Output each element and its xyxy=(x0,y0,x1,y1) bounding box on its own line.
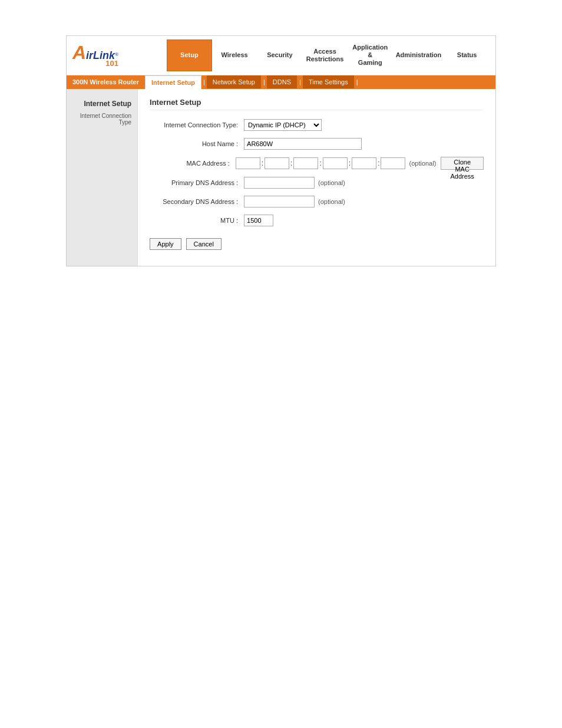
sub-nav-sep3: | xyxy=(297,78,303,85)
secondary-dns-label: Secondary DNS Address : xyxy=(150,198,244,205)
host-name-label: Host Name : xyxy=(150,140,244,147)
sub-nav-time-settings[interactable]: Time Settings xyxy=(303,75,355,88)
mac-octet-5[interactable] xyxy=(352,157,376,169)
sub-nav-sep2: | xyxy=(262,78,267,85)
mtu-label: MTU : xyxy=(150,217,244,224)
mac-octet-3[interactable] xyxy=(293,157,318,169)
sub-nav-sep4: | xyxy=(355,78,360,85)
main-nav: Setup Wireless Security AccessRestrictio… xyxy=(167,39,490,71)
host-name-row: Host Name : xyxy=(150,138,484,150)
secondary-dns-input[interactable] xyxy=(244,196,315,207)
mac-sep-1: : xyxy=(262,159,263,167)
mac-octet-6[interactable] xyxy=(381,157,405,169)
mac-sep-2: : xyxy=(290,159,292,167)
nav-administration[interactable]: Administration xyxy=(393,39,445,71)
secondary-dns-row: Secondary DNS Address : (optional) xyxy=(150,196,484,207)
sub-nav-network-setup[interactable]: Network Setup xyxy=(207,75,262,88)
nav-security[interactable]: Security xyxy=(257,39,302,71)
sub-nav-items: Internet Setup | Network Setup | DDNS | … xyxy=(145,75,360,89)
clone-mac-button[interactable]: Clone MAC Address xyxy=(441,157,484,170)
nav-access-restrictions[interactable]: AccessRestrictions xyxy=(302,39,348,71)
logo-registered: ® xyxy=(115,52,118,57)
secondary-dns-optional: (optional) xyxy=(318,198,345,205)
sub-nav-ddns[interactable]: DDNS xyxy=(267,75,297,88)
apply-button[interactable]: Apply xyxy=(150,238,181,250)
mac-address-fields: : : : : : (optional) Clone MAC Address xyxy=(236,157,484,170)
mac-octet-2[interactable] xyxy=(265,157,289,169)
logo-a: A xyxy=(72,42,86,63)
mtu-row: MTU : xyxy=(150,215,484,226)
mac-address-row: MAC Address : : : : : : (optional) xyxy=(150,157,484,170)
primary-dns-row: Primary DNS Address : (optional) xyxy=(150,177,484,189)
mac-sep-4: : xyxy=(349,159,351,167)
sidebar-connection-type-label: Internet Connection Type xyxy=(67,111,137,127)
sub-nav-bar: 300N Wireless Router Internet Setup | Ne… xyxy=(67,75,495,89)
sidebar-title: Internet Setup xyxy=(67,95,137,111)
nav-wireless[interactable]: Wireless xyxy=(212,39,257,71)
mac-address-label: MAC Address : xyxy=(150,160,236,167)
main-content: Internet Setup Internet Connection Type:… xyxy=(138,89,495,266)
primary-dns-optional: (optional) xyxy=(318,179,345,186)
device-name-label: 300N Wireless Router xyxy=(67,75,145,88)
nav-status[interactable]: Status xyxy=(444,39,490,71)
sub-nav-internet-setup[interactable]: Internet Setup xyxy=(145,75,201,89)
cancel-button[interactable]: Cancel xyxy=(186,238,222,250)
mac-sep-3: : xyxy=(319,159,321,167)
form-actions: Apply Cancel xyxy=(150,238,484,250)
logo: AirLink® 101 xyxy=(72,43,167,68)
primary-dns-label: Primary DNS Address : xyxy=(150,179,244,186)
sub-nav-sep1: | xyxy=(201,78,207,85)
connection-type-label: Internet Connection Type: xyxy=(150,121,244,129)
mac-octet-1[interactable] xyxy=(236,157,260,169)
page-title: Internet Setup xyxy=(150,98,484,110)
connection-type-row: Internet Connection Type: Dynamic IP (DH… xyxy=(150,119,484,131)
nav-setup[interactable]: Setup xyxy=(167,39,212,71)
mac-optional-label: (optional) xyxy=(409,160,436,167)
connection-type-dropdown-wrapper: Dynamic IP (DHCP) Static IP PPPoE PPTP L… xyxy=(244,119,322,131)
mac-octet-4[interactable] xyxy=(323,157,348,169)
host-name-input[interactable] xyxy=(244,138,362,150)
primary-dns-input[interactable] xyxy=(244,177,315,189)
mac-sep-5: : xyxy=(378,159,379,167)
mtu-input[interactable] xyxy=(244,215,273,226)
nav-application-gaming[interactable]: Application &Gaming xyxy=(348,39,393,71)
sidebar: Internet Setup Internet Connection Type xyxy=(67,89,138,266)
connection-type-select[interactable]: Dynamic IP (DHCP) Static IP PPPoE PPTP L… xyxy=(244,119,322,131)
